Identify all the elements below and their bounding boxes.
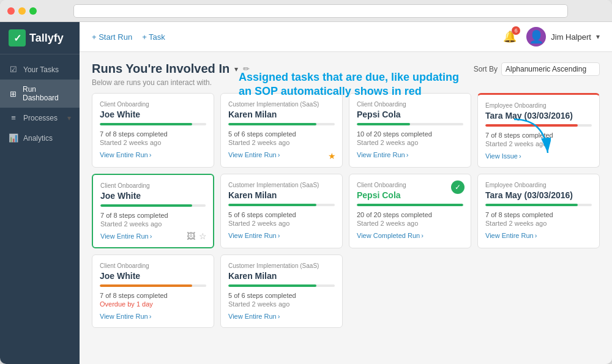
- card-title: Joe White: [100, 110, 206, 119]
- sidebar-item-your-tasks[interactable]: ☑ Your Tasks: [0, 59, 80, 80]
- card-started: Started 2 weeks ago: [485, 140, 592, 147]
- star-icon[interactable]: ★: [328, 151, 336, 161]
- progress-bar: [100, 204, 192, 207]
- card-category: Employee Onboarding: [485, 182, 592, 188]
- logo-text: Tallyfy: [29, 32, 64, 45]
- card-1-1: Client Onboarding Joe White 7 of 8 steps…: [92, 93, 214, 168]
- progress-bar-container: [100, 123, 206, 125]
- card-steps: 7 of 8 steps completed: [485, 211, 592, 218]
- logo-area: ✓ Tallyfy: [0, 22, 80, 54]
- card-category: Client Onboarding: [100, 262, 206, 269]
- card-category: Client Onboarding: [100, 182, 206, 189]
- link-text: View Entire Run: [228, 151, 277, 158]
- card-category: Customer Implementation (SaaS): [228, 101, 335, 108]
- tasks-icon: ☑: [9, 65, 18, 74]
- view-run-link[interactable]: View Entire Run ›: [100, 313, 206, 320]
- progress-bar: [485, 124, 578, 127]
- edit-icon[interactable]: ✏: [243, 64, 250, 73]
- notification-bell[interactable]: 🔔 6: [503, 30, 517, 43]
- view-run-link[interactable]: View Entire Run ›: [100, 151, 206, 158]
- view-run-link[interactable]: View Entire Run ›: [485, 232, 592, 239]
- sidebar-label-processes: Processes: [23, 114, 58, 122]
- view-run-link[interactable]: View Entire Run ›: [357, 151, 463, 158]
- card-2-1: Client Onboarding Joe White 7 of 8 steps…: [92, 174, 214, 248]
- title-bar: [0, 0, 612, 22]
- card-steps: 5 of 6 steps completed: [228, 292, 335, 299]
- progress-bar: [357, 204, 463, 206]
- card-steps: 7 of 8 steps completed: [100, 130, 206, 138]
- sidebar-item-analytics[interactable]: 📊 Analytics: [0, 128, 80, 148]
- link-text: View Entire Run: [100, 151, 148, 158]
- chevron-right-icon: ›: [519, 152, 521, 160]
- sort-label: Sort By: [474, 65, 498, 73]
- close-button[interactable]: [7, 7, 15, 15]
- user-name: Jim Halpert: [551, 32, 591, 42]
- cards-row-2: Client Onboarding Joe White 7 of 8 steps…: [92, 174, 600, 248]
- view-issue-link[interactable]: View Issue ›: [485, 152, 592, 160]
- card-title: Pepsi Cola: [357, 110, 463, 119]
- sidebar-label-analytics: Analytics: [23, 134, 53, 143]
- chevron-right-icon: ›: [278, 232, 280, 239]
- card-category: Customer Implementation (SaaS): [228, 182, 335, 188]
- card-title: Joe White: [100, 191, 206, 201]
- url-bar[interactable]: [73, 4, 568, 18]
- card-actions: 🖼 ☆: [187, 231, 207, 241]
- link-text: View Issue: [485, 152, 518, 160]
- card-title: Karen Milan: [228, 190, 335, 200]
- cards-row-3: Client Onboarding Joe White 7 of 8 steps…: [92, 254, 600, 328]
- card-started: Started 2 weeks ago: [357, 139, 463, 146]
- link-text: View Entire Run: [357, 151, 405, 158]
- card-title: Joe White: [100, 271, 206, 281]
- star-empty-icon[interactable]: ☆: [199, 231, 207, 241]
- sidebar-label-run-dashboard: Run Dashboard: [23, 85, 71, 102]
- card-title: Karen Milan: [228, 271, 335, 281]
- analytics-icon: 📊: [9, 133, 18, 143]
- card-1-2: Customer Implementation (SaaS) Karen Mil…: [220, 93, 343, 168]
- page-title-chevron[interactable]: ▾: [234, 65, 238, 73]
- image-icon[interactable]: 🖼: [187, 231, 195, 241]
- processes-chevron: ▾: [67, 114, 71, 122]
- link-text: View Entire Run: [228, 232, 277, 239]
- notification-badge: 6: [512, 26, 520, 35]
- dashboard-icon: ⊞: [9, 89, 18, 98]
- progress-bar-container: [485, 124, 592, 127]
- card-started: Started 2 weeks ago: [100, 220, 206, 228]
- progress-bar-container: [357, 204, 463, 206]
- card-started-overdue: Overdue by 1 day: [100, 300, 206, 308]
- view-run-link[interactable]: View Entire Run ›: [228, 151, 335, 158]
- card-title: Pepsi Cola: [357, 190, 463, 200]
- sidebar-item-processes[interactable]: ≡ Processes ▾: [0, 108, 80, 128]
- user-menu[interactable]: 👤 Jim Halpert ▾: [526, 27, 600, 46]
- window-buttons: [7, 7, 37, 15]
- link-text: View Entire Run: [485, 232, 534, 239]
- avatar: 👤: [526, 27, 546, 46]
- progress-bar: [100, 284, 192, 287]
- completed-badge: ✓: [451, 180, 465, 194]
- view-run-link[interactable]: View Entire Run ›: [228, 232, 335, 239]
- card-steps: 7 of 8 steps completed: [100, 292, 206, 299]
- card-2-4: Employee Onboarding Tara May (03/03/2016…: [477, 174, 600, 248]
- progress-bar: [100, 123, 192, 125]
- card-category: Employee Onboarding: [485, 102, 592, 109]
- add-task-button[interactable]: + Task: [142, 32, 165, 42]
- card-2-3: Client Onboarding Pepsi Cola 20 of 20 st…: [349, 174, 471, 248]
- start-run-button[interactable]: + Start Run: [92, 32, 132, 42]
- card-started: Started 2 weeks ago: [357, 220, 463, 227]
- card-actions: ★: [328, 151, 336, 161]
- minimize-button[interactable]: [18, 7, 26, 15]
- page-header: Runs You're Involved In ▾ ✏ Sort By Alph…: [92, 62, 600, 76]
- progress-bar-container: [100, 204, 206, 207]
- sort-select[interactable]: Alphanumeric Ascending: [501, 62, 600, 76]
- view-completed-link[interactable]: View Completed Run ›: [357, 232, 463, 239]
- sidebar-item-run-dashboard[interactable]: ⊞ Run Dashboard: [0, 80, 80, 108]
- maximize-button[interactable]: [29, 7, 37, 15]
- view-run-link[interactable]: View Entire Run ›: [228, 313, 335, 320]
- card-3-1: Client Onboarding Joe White 7 of 8 steps…: [92, 254, 214, 328]
- link-text: View Entire Run: [228, 313, 277, 320]
- processes-icon: ≡: [9, 113, 18, 122]
- progress-bar-container: [357, 123, 463, 125]
- card-steps: 7 of 8 steps completed: [100, 212, 206, 219]
- progress-bar-container: [228, 284, 335, 287]
- sidebar-label-your-tasks: Your Tasks: [23, 65, 59, 74]
- card-category: Customer Implementation (SaaS): [228, 262, 335, 269]
